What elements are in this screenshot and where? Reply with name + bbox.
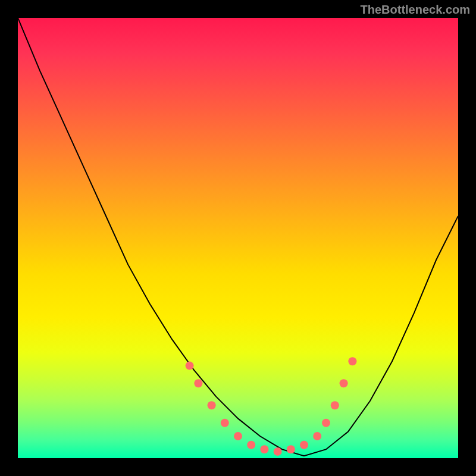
data-marker: [194, 379, 202, 387]
data-marker: [208, 401, 216, 409]
data-marker: [331, 401, 339, 409]
watermark-text: TheBottleneck.com: [361, 3, 470, 17]
data-marker: [340, 379, 348, 387]
data-marker: [313, 432, 321, 440]
data-marker: [300, 441, 308, 449]
chart-plot-area: [18, 18, 458, 458]
data-marker: [221, 419, 229, 427]
data-marker: [287, 445, 295, 453]
bottleneck-curve: [18, 18, 458, 456]
data-marker: [186, 362, 194, 370]
data-marker: [234, 432, 242, 440]
data-marker: [260, 445, 268, 453]
data-marker: [348, 357, 356, 365]
data-markers: [186, 357, 357, 456]
data-marker: [274, 447, 282, 456]
data-marker: [247, 441, 255, 449]
chart-svg: [18, 18, 458, 458]
data-marker: [322, 419, 330, 427]
